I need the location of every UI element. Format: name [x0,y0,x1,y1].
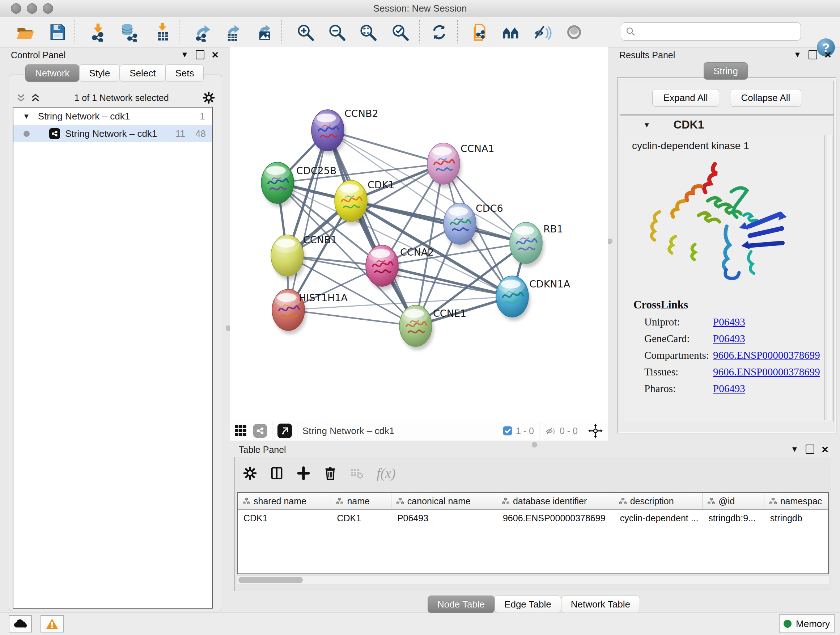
share-icon[interactable] [253,424,267,438]
edge-CCNB2-HIST1H1A[interactable] [288,130,328,310]
tab-select[interactable]: Select [120,65,165,82]
node-CCNE1[interactable] [399,305,434,350]
gear-icon[interactable] [202,91,215,104]
table-hscrollbar-thumb[interactable] [238,577,303,583]
node-label-CCNB1: CCNB1 [303,234,337,245]
grid-view-icon[interactable] [234,424,248,437]
zoom-selected-icon[interactable] [390,22,411,43]
export-network-icon[interactable] [193,22,213,43]
table-hscrollbar[interactable] [237,575,829,584]
open-in-window-icon[interactable] [278,424,292,438]
hide-selected-icon[interactable] [532,22,553,43]
application-window: Session: New Session [0,0,840,635]
table-row[interactable]: CDK1CDK1P064939606.ENSP00000378699cyclin… [238,510,828,526]
protein-structure-image [641,157,793,293]
expand-tree-icon[interactable] [16,92,27,103]
column-header-namespac[interactable]: namespac [764,493,828,509]
node-CCNB2[interactable] [311,110,346,155]
panel-menu-icon[interactable]: ▼ [791,445,799,454]
refresh-view-icon[interactable] [429,22,450,43]
open-session-icon[interactable] [14,22,35,43]
table-cell[interactable]: cyclin-dependent ... [614,510,703,526]
tab-style[interactable]: Style [79,65,120,82]
protein-expander-icon[interactable]: ▼ [643,121,651,129]
search-input[interactable] [636,26,789,37]
panel-close-icon[interactable]: × [821,446,829,453]
tab-sets[interactable]: Sets [165,65,204,82]
results-scrollbar[interactable] [827,135,832,420]
tab-string[interactable]: String [704,62,748,80]
table-cell[interactable]: stringdb:9... [703,510,764,526]
table-cell[interactable]: P06493 [392,510,497,526]
node-CDKN1A[interactable] [496,276,531,321]
hidden-count: 0 - 0 [560,426,578,436]
add-column-icon[interactable] [296,466,311,480]
export-image-icon[interactable] [254,22,275,43]
crosslink-link[interactable]: P06493 [713,333,745,345]
node-CDC6[interactable] [444,203,478,248]
export-table-icon[interactable] [223,22,244,43]
column-header-shared-name[interactable]: shared name [238,493,331,509]
new-network-from-selection-icon[interactable] [470,22,491,43]
first-neighbors-icon[interactable] [501,22,522,43]
protein-name: CDK1 [674,119,704,131]
right-splitter-handle[interactable] [607,239,613,244]
import-table-file-icon[interactable] [152,22,173,43]
save-session-icon[interactable] [47,22,68,43]
tree-expander-icon[interactable]: ▼ [23,112,30,120]
import-network-database-icon[interactable] [118,22,140,43]
show-columns-icon[interactable] [270,466,284,480]
tab-node-table[interactable]: Node Table [428,595,494,613]
node-CCNA2[interactable] [366,245,400,290]
network-row-selected[interactable]: String Network – cdk1 11 48 [13,125,212,142]
edge-count: 48 [195,128,206,139]
zoom-fit-icon[interactable] [357,22,378,43]
tab-network[interactable]: Network [25,65,79,82]
collapse-tree-icon[interactable] [30,92,41,103]
table-cell[interactable]: stringdb [764,510,828,526]
panel-float-icon[interactable] [806,445,814,454]
zoom-out-icon[interactable] [326,22,347,43]
zoom-in-icon[interactable] [295,22,316,43]
hidden-eye-icon[interactable] [545,424,557,437]
protein-details: cyclin-dependent kinase 1 [624,135,825,420]
birdseye-icon[interactable] [588,424,603,438]
network-canvas[interactable]: CCNB2CCNA1CDC25BCDK1CDC6RB1CCNB1CCNA2CDK… [230,47,608,421]
node-CCNB1[interactable] [271,235,305,280]
panel-menu-icon[interactable]: ▼ [181,50,189,59]
column-header-database-identifier[interactable]: database identifier [497,493,614,509]
show-all-icon[interactable] [564,22,584,43]
warning-button[interactable] [41,615,64,632]
column-header-canonical-name[interactable]: canonical name [392,493,497,509]
collapse-all-button[interactable]: Collapse All [730,89,802,107]
tab-network-table[interactable]: Network Table [561,595,640,613]
crosslink-link[interactable]: 9606.ENSP00000378699 [713,366,820,378]
column-header--id[interactable]: @id [703,493,764,509]
table-cell[interactable]: 9606.ENSP00000378699 [497,510,614,526]
panel-close-icon[interactable]: × [212,51,218,58]
panel-menu-icon[interactable]: ▼ [794,50,802,59]
tab-edge-table[interactable]: Edge Table [494,595,561,613]
cloud-button[interactable] [9,615,32,632]
import-network-file-icon[interactable] [88,22,109,43]
crosslink-link[interactable]: 9606.ENSP00000378699 [713,349,820,361]
delete-column-icon[interactable] [323,466,338,480]
crosslink-link[interactable]: P06493 [713,383,745,394]
network-label: String Network – cdk1 [65,128,157,139]
expand-all-button[interactable]: Expand All [652,89,719,107]
column-header-description[interactable]: description [614,493,703,509]
panel-close-icon[interactable]: × [824,51,831,58]
edge-HIST1H1A-CCNE1[interactable] [288,310,416,326]
selected-checkbox-icon[interactable] [502,425,513,436]
column-header-name[interactable]: name [331,493,391,509]
panel-float-icon[interactable] [196,50,204,59]
panel-float-icon[interactable] [808,50,817,59]
toolbar-separator [419,20,420,43]
crosslink-link[interactable]: P06493 [713,316,745,328]
memory-button[interactable]: Memory [779,614,835,633]
gear-icon[interactable] [243,466,257,480]
node-RB1[interactable] [510,222,544,267]
table-cell[interactable]: CDK1 [238,510,331,526]
network-collection-row[interactable]: ▼ String Network – cdk1 1 [13,108,212,125]
table-cell[interactable]: CDK1 [331,510,391,526]
